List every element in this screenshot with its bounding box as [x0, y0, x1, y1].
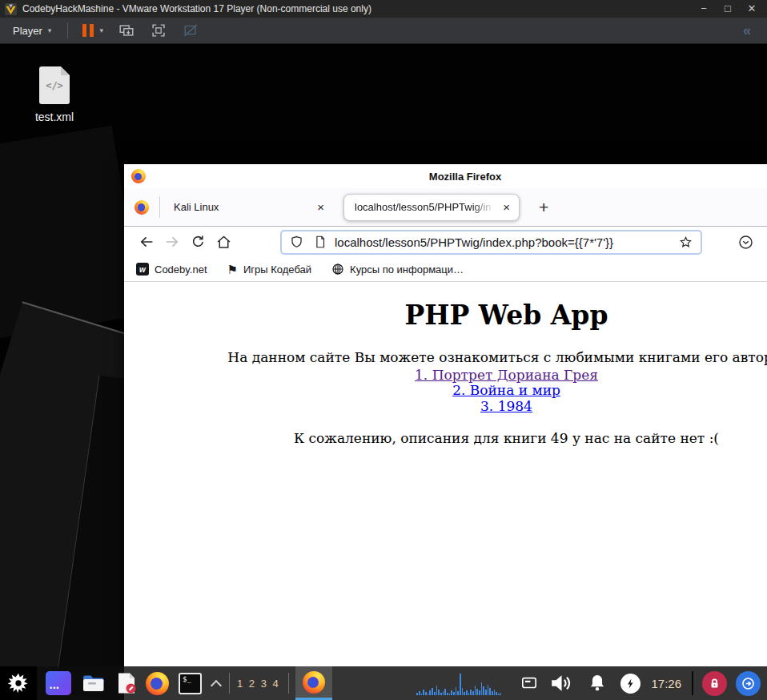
firefox-titlebar[interactable]: Mozilla Firefox — [124, 164, 767, 188]
graph-bar — [466, 690, 468, 695]
unity-disabled-icon — [182, 22, 199, 39]
bell-icon — [587, 673, 608, 694]
back-icon — [138, 233, 155, 251]
tab-close-icon[interactable]: × — [497, 200, 516, 214]
graph-bar — [488, 685, 489, 695]
lock-screen-button[interactable] — [702, 671, 727, 696]
book-link[interactable]: 3. 1984 — [124, 399, 767, 415]
page-info-icon[interactable] — [313, 235, 327, 249]
collapse-toolbar-icon[interactable]: « — [743, 22, 749, 39]
bookmark-kursy[interactable]: Курсы по информаци… — [331, 263, 464, 276]
graph-bar — [440, 693, 442, 695]
graph-bar — [453, 692, 455, 695]
vmware-titlebar: CodebyHackMashine - VMware Workstation 1… — [0, 0, 767, 18]
graph-bar — [476, 689, 478, 695]
text-editor-button[interactable] — [116, 672, 137, 694]
shield-icon[interactable] — [289, 235, 304, 250]
graph-bar — [500, 693, 502, 695]
workspace-switcher[interactable]: 1 2 3 4 — [237, 678, 280, 690]
bookmark-igry-codebay[interactable]: ⚑ Игры Кодебай — [227, 264, 312, 276]
home-icon — [215, 234, 232, 251]
not-found-message: К сожалению, описания для книги 49 у нас… — [124, 430, 767, 446]
app-drawer-button[interactable]: ••• — [46, 671, 71, 695]
logout-button[interactable] — [736, 671, 761, 696]
graph-bar — [432, 688, 433, 695]
graph-bar — [472, 691, 474, 695]
bolt-icon — [624, 678, 636, 690]
player-menu-label: Player — [13, 25, 42, 37]
graph-bar — [460, 674, 461, 695]
graph-bar — [438, 690, 440, 695]
reload-icon — [190, 234, 206, 250]
firefox-launcher-button[interactable] — [146, 672, 169, 695]
graph-bar — [481, 682, 483, 695]
terminal-button[interactable]: $_ — [179, 673, 202, 694]
applications-menu-button[interactable] — [0, 666, 37, 700]
firefox-icon — [303, 671, 325, 694]
minimize-button[interactable]: − — [692, 0, 716, 18]
tab-label: localhost/lesson5/PHPTwig/in — [355, 201, 497, 213]
ctrl-alt-del-button[interactable] — [118, 22, 135, 39]
bookmarks-bar: w Codeby.net ⚑ Игры Кодебай Курсы по инф… — [124, 257, 767, 282]
codeby-icon: w — [136, 263, 149, 276]
chevron-up-icon[interactable] — [211, 678, 221, 688]
reload-button[interactable] — [185, 230, 211, 254]
network-monitor-graph[interactable] — [416, 671, 501, 695]
tab-bar: Kali Linux × localhost/lesson5/PHPTwig/i… — [124, 188, 767, 227]
desktop-file-testxml[interactable]: </> test.xml — [18, 66, 91, 123]
bookmark-codeby[interactable]: w Codeby.net — [136, 263, 207, 276]
graph-bar — [456, 687, 457, 695]
player-menu[interactable]: Player ▾ — [8, 22, 56, 39]
intro-text: На данном сайте Вы можете ознакомиться с… — [124, 350, 767, 366]
vmware-toolbar: Player ▾ ▾ « — [0, 18, 767, 44]
pause-vm-button[interactable]: ▾ — [82, 24, 103, 37]
display-tray-button[interactable] — [520, 675, 538, 691]
graph-bar — [429, 690, 431, 695]
clock[interactable]: 17:26 — [651, 677, 681, 690]
desktop: </> test.xml Mozilla Firefox Kali Linux … — [0, 44, 767, 700]
graph-bar — [423, 690, 424, 695]
notifications-tray-button[interactable] — [587, 673, 608, 694]
desktop-file-label: test.xml — [18, 111, 91, 123]
terminal-prompt-glyph: $_ — [183, 675, 191, 683]
firefox-logo-icon — [131, 169, 146, 183]
graph-bar — [419, 691, 420, 695]
pause-icon — [82, 24, 94, 37]
pocket-button[interactable] — [737, 234, 754, 251]
graph-bar — [479, 690, 480, 695]
unity-mode-button — [182, 22, 199, 39]
url-input[interactable]: localhost/lesson5/PHPTwig/index.php?book… — [335, 235, 678, 249]
book-link[interactable]: 2. Война и мир — [124, 383, 767, 399]
bookmark-star-icon[interactable] — [678, 235, 693, 250]
page-content: PHP Web App На данном сайте Вы можете оз… — [124, 282, 767, 700]
chevron-down-icon: ▾ — [48, 26, 52, 34]
home-button[interactable] — [211, 230, 236, 254]
firefox-window-title: Mozilla Firefox — [429, 171, 501, 183]
fullscreen-button[interactable] — [150, 22, 167, 39]
graph-bar — [451, 690, 452, 695]
book-link[interactable]: 1. Портрет Дориана Грея — [124, 368, 767, 384]
toolbar-divider — [67, 22, 68, 38]
firefox-window-button[interactable] — [295, 666, 332, 700]
tab-kali-linux[interactable]: Kali Linux × — [160, 194, 335, 221]
url-bar[interactable]: localhost/lesson5/PHPTwig/index.php?book… — [280, 230, 702, 255]
tab-localhost-active[interactable]: localhost/lesson5/PHPTwig/in × — [343, 194, 520, 221]
file-manager-button[interactable] — [82, 673, 106, 694]
navigation-bar: localhost/lesson5/PHPTwig/index.php?book… — [124, 227, 767, 257]
pause-dropdown-icon[interactable]: ▾ — [99, 26, 103, 34]
firefox-icon — [146, 672, 169, 695]
graph-bar — [496, 692, 497, 695]
drawer-dots-icon: ••• — [50, 684, 59, 692]
volume-tray-button[interactable] — [549, 672, 573, 694]
graph-bar — [428, 694, 429, 695]
maximize-button[interactable]: □ — [716, 0, 740, 18]
forward-button — [159, 230, 185, 254]
power-manager-button[interactable] — [620, 674, 641, 694]
tab-close-icon[interactable]: × — [311, 200, 330, 214]
tab-label: Kali Linux — [174, 201, 311, 213]
graph-bar — [416, 693, 418, 695]
graph-bar — [494, 690, 496, 695]
new-tab-button[interactable]: + — [532, 198, 555, 217]
back-button[interactable] — [134, 230, 159, 254]
close-button[interactable]: ✕ — [740, 0, 764, 18]
